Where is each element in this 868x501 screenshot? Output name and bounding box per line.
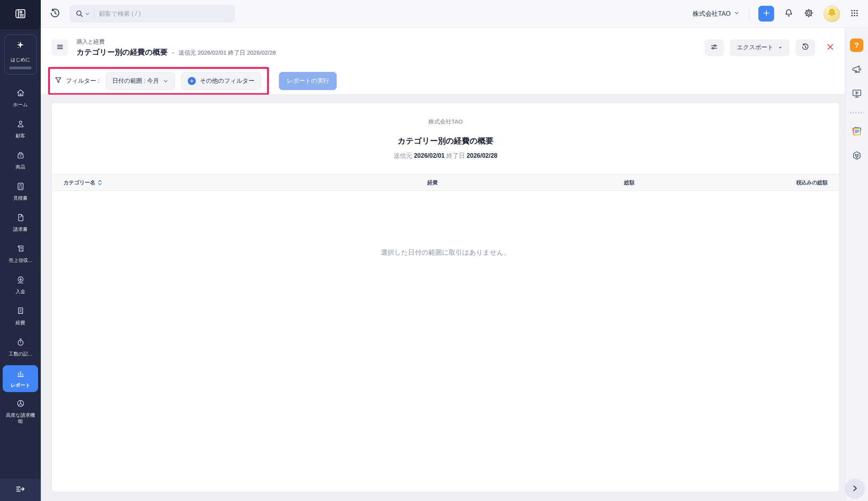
column-category[interactable]: カテゴリー名 (52, 179, 320, 186)
megaphone-icon (851, 63, 863, 76)
chevron-down-icon (163, 78, 169, 84)
gear-icon (803, 8, 814, 20)
sidebar-collapse-button[interactable] (0, 479, 41, 501)
grid-dots-icon (850, 8, 860, 19)
sidebar-item-items[interactable]: 商品 (3, 147, 38, 174)
search-divider (94, 9, 94, 19)
gold-bell-avatar-icon (826, 7, 838, 20)
document-icon (16, 213, 25, 224)
page-date-summary: 送信元 2026/02/01 終了日 2026/02/28 (179, 49, 276, 57)
plug-hexagon-icon (851, 150, 863, 163)
books-logo-icon (13, 6, 28, 23)
bell-icon (783, 8, 794, 20)
sidebar-item-payments[interactable]: 入金 (3, 272, 38, 299)
column-total[interactable]: 総額 (438, 179, 635, 186)
recent-history-button[interactable] (49, 7, 61, 20)
integrations-button[interactable] (851, 150, 863, 163)
sidebar-item-home[interactable]: ホーム (3, 85, 38, 112)
help-button[interactable]: ? (850, 38, 863, 52)
app-grid-button[interactable] (850, 8, 860, 19)
sidebar: はじめに ホーム 顧客 商品 見積書 請求書 (0, 0, 41, 501)
global-search[interactable] (70, 5, 235, 22)
person-icon (16, 119, 25, 130)
hamburger-icon (56, 43, 64, 52)
search-scope-chevron-icon[interactable] (85, 11, 90, 17)
plus-circle-icon (188, 77, 196, 85)
topbar-right-cluster: 株式会社TAO (693, 5, 868, 22)
main-area: 購入と経費 カテゴリー別の経費の概要 • 送信元 2026/02/01 終了日 … (41, 28, 845, 501)
question-icon: ? (855, 41, 859, 50)
topbar-divider (749, 8, 749, 20)
customize-report-button[interactable] (704, 39, 724, 56)
close-report-button[interactable] (826, 42, 835, 53)
report-heading: 株式会社TAO カテゴリー別の経費の概要 送信元 2026/02/01 終了日 … (52, 103, 839, 160)
app-window: はじめに ホーム 顧客 商品 見積書 請求書 (0, 0, 868, 501)
refresh-icon (801, 42, 810, 53)
date-range-dropdown[interactable]: 日付の範囲 : 今月 (106, 72, 175, 90)
report-date-range: 送信元 2026/02/01 終了日 2026/02/28 (52, 152, 839, 160)
announcements-button[interactable] (851, 63, 863, 76)
from-date: 2026/02/01 (414, 152, 445, 159)
getting-started-progress (9, 67, 32, 69)
expand-menu-icon (15, 483, 26, 496)
to-label: 終了日 (446, 152, 465, 159)
quick-create-button[interactable] (758, 6, 774, 22)
sidebar-item-time-tracking[interactable]: 工数の記... (3, 334, 38, 361)
search-icon (75, 9, 84, 18)
page-header-actions: エクスポート (704, 39, 835, 56)
from-label: 送信元 (394, 152, 412, 159)
filter-highlight-box: フィルター : 日付の範囲 : 今月 その他のフィルター (48, 67, 269, 95)
app-logo[interactable] (0, 0, 41, 29)
run-report-button[interactable]: レポートの実行 (279, 72, 337, 90)
user-avatar[interactable] (823, 5, 840, 22)
more-filters-button[interactable]: その他のフィルター (181, 72, 261, 90)
sidebar-item-quotes[interactable]: 見積書 (3, 178, 38, 205)
report-card: 株式会社TAO カテゴリー別の経費の概要 送信元 2026/02/01 終了日 … (52, 102, 840, 492)
export-button[interactable]: エクスポート (730, 39, 790, 56)
history-clock-icon (49, 7, 61, 20)
topbar: 株式会社TAO (41, 0, 868, 28)
payment-received-icon (16, 275, 25, 286)
funnel-icon (54, 76, 63, 86)
bar-chart-icon (16, 369, 25, 380)
getting-started-label: はじめに (10, 57, 30, 63)
caret-down-icon (778, 45, 783, 50)
column-total-with-tax[interactable]: 税込みの総額 (634, 179, 839, 186)
search-input[interactable] (99, 10, 214, 17)
receipt-tag-icon (16, 244, 25, 255)
segments-icon (16, 399, 25, 410)
plus-icon (762, 9, 771, 18)
sliders-icon (709, 42, 719, 53)
sidebar-item-customers[interactable]: 顧客 (3, 116, 38, 143)
sort-icon[interactable] (98, 180, 102, 185)
right-rail: ? (845, 28, 868, 501)
notifications-button[interactable] (783, 8, 794, 20)
column-expense[interactable]: 経費 (320, 179, 438, 186)
expand-panel-button[interactable] (845, 479, 865, 499)
refresh-report-button[interactable] (796, 39, 815, 56)
breadcrumb[interactable]: 購入と経費 (77, 38, 276, 45)
filter-bar: フィルター : 日付の範囲 : 今月 その他のフィルター レポートの実行 (41, 67, 845, 95)
page-header: 購入と経費 カテゴリー別の経費の概要 • 送信元 2026/02/01 終了日 … (41, 28, 845, 67)
report-content: 株式会社TAO カテゴリー別の経費の概要 送信元 2026/02/01 終了日 … (41, 95, 845, 501)
report-title: カテゴリー別の経費の概要 (52, 135, 839, 146)
sidebar-item-expenses[interactable]: 経費 (3, 303, 38, 330)
empty-state-message: 選択した日付の範囲に取引はありません。 (52, 248, 839, 257)
bag-icon (16, 150, 25, 162)
title-separator-dot: • (172, 50, 174, 56)
getting-started-card[interactable]: はじめに (4, 35, 37, 75)
video-tutorials-button[interactable] (851, 88, 863, 100)
sidebar-item-reports[interactable]: レポート (3, 365, 38, 392)
rail-divider-dots (850, 112, 864, 114)
reports-menu-button[interactable] (52, 39, 68, 56)
chevron-down-icon (734, 10, 739, 17)
org-switcher[interactable]: 株式会社TAO (693, 10, 739, 18)
close-icon (826, 42, 835, 53)
sidebar-item-invoices[interactable]: 請求書 (3, 209, 38, 236)
org-name: 株式会社TAO (693, 10, 731, 18)
resources-button[interactable] (851, 125, 863, 139)
sidebar-item-advanced-billing[interactable]: 高度な請求機能 (3, 396, 38, 427)
report-org-name: 株式会社TAO (52, 118, 839, 125)
settings-button[interactable] (803, 8, 814, 20)
sidebar-item-sales-receipts[interactable]: 売上領収... (3, 240, 38, 267)
